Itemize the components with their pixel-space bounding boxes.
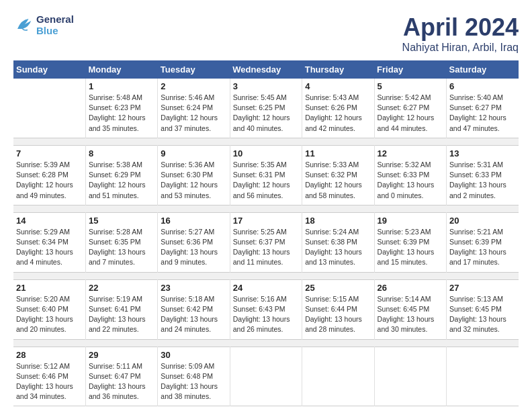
day-info: Sunrise: 5:48 AMSunset: 6:23 PMDaylight:… (89, 93, 154, 134)
week-separator (13, 339, 519, 347)
day-number: 8 (89, 148, 154, 158)
day-number: 22 (89, 283, 154, 293)
logo-icon (13, 15, 34, 35)
day-cell: 3Sunrise: 5:45 AMSunset: 6:25 PMDaylight… (230, 79, 302, 138)
day-cell: 26Sunrise: 5:14 AMSunset: 6:45 PMDayligh… (374, 279, 446, 339)
day-info: Sunrise: 5:40 AMSunset: 6:27 PMDaylight:… (449, 93, 516, 134)
day-cell: 16Sunrise: 5:27 AMSunset: 6:36 PMDayligh… (158, 212, 230, 272)
location: Nahiyat Hiran, Arbil, Iraq (402, 42, 519, 54)
day-number: 17 (233, 216, 299, 226)
weekday-header: Sunday (13, 60, 85, 79)
calendar-table: SundayMondayTuesdayWednesdayThursdayFrid… (13, 60, 519, 406)
day-info: Sunrise: 5:43 AMSunset: 6:26 PMDaylight:… (305, 93, 371, 134)
day-number: 15 (89, 216, 154, 226)
day-cell: 19Sunrise: 5:23 AMSunset: 6:39 PMDayligh… (374, 212, 446, 272)
day-number: 11 (305, 148, 371, 158)
weekday-header: Monday (85, 60, 157, 79)
day-number: 29 (89, 350, 154, 360)
day-info: Sunrise: 5:21 AMSunset: 6:39 PMDaylight:… (449, 227, 516, 268)
day-number: 18 (305, 216, 371, 226)
weekday-header-row: SundayMondayTuesdayWednesdayThursdayFrid… (13, 60, 519, 79)
day-info: Sunrise: 5:16 AMSunset: 6:43 PMDaylight:… (233, 294, 299, 335)
day-number: 13 (449, 148, 516, 158)
day-info: Sunrise: 5:28 AMSunset: 6:35 PMDaylight:… (89, 227, 154, 268)
day-info: Sunrise: 5:24 AMSunset: 6:38 PMDaylight:… (305, 227, 371, 268)
day-number: 3 (233, 81, 299, 91)
day-cell: 21Sunrise: 5:20 AMSunset: 6:40 PMDayligh… (13, 279, 85, 339)
day-info: Sunrise: 5:31 AMSunset: 6:33 PMDaylight:… (449, 160, 516, 201)
day-number: 16 (161, 216, 226, 226)
day-cell: 7Sunrise: 5:39 AMSunset: 6:28 PMDaylight… (13, 145, 85, 205)
day-info: Sunrise: 5:25 AMSunset: 6:37 PMDaylight:… (233, 227, 299, 268)
day-cell: 27Sunrise: 5:13 AMSunset: 6:45 PMDayligh… (447, 279, 519, 339)
week-row: 28Sunrise: 5:12 AMSunset: 6:46 PMDayligh… (13, 347, 519, 406)
day-cell: 29Sunrise: 5:11 AMSunset: 6:47 PMDayligh… (85, 347, 157, 406)
day-number: 30 (161, 350, 226, 360)
day-info: Sunrise: 5:20 AMSunset: 6:40 PMDaylight:… (16, 294, 83, 335)
day-info: Sunrise: 5:29 AMSunset: 6:34 PMDaylight:… (16, 227, 83, 268)
day-cell (13, 79, 85, 138)
day-cell: 6Sunrise: 5:40 AMSunset: 6:27 PMDaylight… (447, 79, 519, 138)
weekday-header: Thursday (302, 60, 374, 79)
day-info: Sunrise: 5:15 AMSunset: 6:44 PMDaylight:… (305, 294, 371, 335)
day-cell: 23Sunrise: 5:18 AMSunset: 6:42 PMDayligh… (158, 279, 230, 339)
weekday-header: Saturday (447, 60, 519, 79)
day-cell (447, 347, 519, 406)
day-cell (230, 347, 302, 406)
month-title: April 2024 (402, 13, 519, 42)
day-info: Sunrise: 5:12 AMSunset: 6:46 PMDaylight:… (16, 361, 83, 402)
day-info: Sunrise: 5:11 AMSunset: 6:47 PMDaylight:… (89, 361, 154, 402)
day-info: Sunrise: 5:09 AMSunset: 6:48 PMDaylight:… (161, 361, 226, 402)
title-block: April 2024 Nahiyat Hiran, Arbil, Iraq (402, 13, 519, 54)
day-cell (374, 347, 446, 406)
day-cell: 8Sunrise: 5:38 AMSunset: 6:29 PMDaylight… (85, 145, 157, 205)
day-cell: 5Sunrise: 5:42 AMSunset: 6:27 PMDaylight… (374, 79, 446, 138)
day-cell: 30Sunrise: 5:09 AMSunset: 6:48 PMDayligh… (158, 347, 230, 406)
day-info: Sunrise: 5:35 AMSunset: 6:31 PMDaylight:… (233, 160, 299, 201)
day-cell: 20Sunrise: 5:21 AMSunset: 6:39 PMDayligh… (447, 212, 519, 272)
week-row: 14Sunrise: 5:29 AMSunset: 6:34 PMDayligh… (13, 212, 519, 272)
day-number: 1 (89, 81, 154, 91)
weekday-header: Tuesday (158, 60, 230, 79)
day-number: 9 (161, 148, 226, 158)
day-cell: 22Sunrise: 5:19 AMSunset: 6:41 PMDayligh… (85, 279, 157, 339)
day-cell: 1Sunrise: 5:48 AMSunset: 6:23 PMDaylight… (85, 79, 157, 138)
week-row: 21Sunrise: 5:20 AMSunset: 6:40 PMDayligh… (13, 279, 519, 339)
day-cell: 2Sunrise: 5:46 AMSunset: 6:24 PMDaylight… (158, 79, 230, 138)
day-cell: 13Sunrise: 5:31 AMSunset: 6:33 PMDayligh… (447, 145, 519, 205)
day-cell: 11Sunrise: 5:33 AMSunset: 6:32 PMDayligh… (302, 145, 374, 205)
day-info: Sunrise: 5:19 AMSunset: 6:41 PMDaylight:… (89, 294, 154, 335)
day-number: 6 (449, 81, 516, 91)
day-info: Sunrise: 5:18 AMSunset: 6:42 PMDaylight:… (161, 294, 226, 335)
day-cell: 17Sunrise: 5:25 AMSunset: 6:37 PMDayligh… (230, 212, 302, 272)
weekday-header: Wednesday (230, 60, 302, 79)
day-info: Sunrise: 5:14 AMSunset: 6:45 PMDaylight:… (378, 294, 443, 335)
day-number: 4 (305, 81, 371, 91)
day-cell (302, 347, 374, 406)
day-cell: 28Sunrise: 5:12 AMSunset: 6:46 PMDayligh… (13, 347, 85, 406)
logo-text: General Blue (36, 13, 74, 36)
day-info: Sunrise: 5:46 AMSunset: 6:24 PMDaylight:… (161, 93, 226, 134)
day-number: 5 (378, 81, 443, 91)
day-number: 25 (305, 283, 371, 293)
day-cell: 14Sunrise: 5:29 AMSunset: 6:34 PMDayligh… (13, 212, 85, 272)
day-cell: 12Sunrise: 5:32 AMSunset: 6:33 PMDayligh… (374, 145, 446, 205)
day-info: Sunrise: 5:33 AMSunset: 6:32 PMDaylight:… (305, 160, 371, 201)
day-number: 19 (378, 216, 443, 226)
day-cell: 9Sunrise: 5:36 AMSunset: 6:30 PMDaylight… (158, 145, 230, 205)
day-number: 10 (233, 148, 299, 158)
logo: General Blue (13, 13, 74, 36)
day-cell: 25Sunrise: 5:15 AMSunset: 6:44 PMDayligh… (302, 279, 374, 339)
day-info: Sunrise: 5:27 AMSunset: 6:36 PMDaylight:… (161, 227, 226, 268)
day-number: 24 (233, 283, 299, 293)
week-separator (13, 272, 519, 279)
day-number: 7 (16, 148, 83, 158)
day-info: Sunrise: 5:32 AMSunset: 6:33 PMDaylight:… (378, 160, 443, 201)
week-separator (13, 138, 519, 145)
day-cell: 15Sunrise: 5:28 AMSunset: 6:35 PMDayligh… (85, 212, 157, 272)
week-row: 1Sunrise: 5:48 AMSunset: 6:23 PMDaylight… (13, 79, 519, 138)
day-info: Sunrise: 5:13 AMSunset: 6:45 PMDaylight:… (449, 294, 516, 335)
day-info: Sunrise: 5:38 AMSunset: 6:29 PMDaylight:… (89, 160, 154, 201)
day-info: Sunrise: 5:36 AMSunset: 6:30 PMDaylight:… (161, 160, 226, 201)
day-number: 14 (16, 216, 83, 226)
